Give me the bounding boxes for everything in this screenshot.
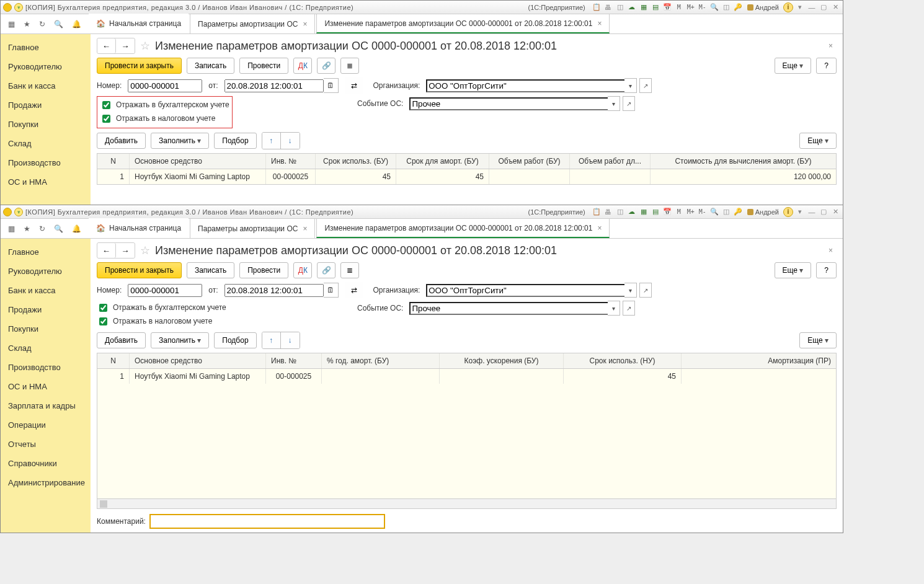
- move-up-icon[interactable]: ↑: [262, 133, 281, 149]
- help-button[interactable]: ?: [816, 58, 837, 74]
- page-close-icon[interactable]: ×: [825, 246, 837, 255]
- org-input[interactable]: [426, 79, 624, 92]
- tab-params[interactable]: Параметры амортизации ОС ×: [190, 218, 315, 238]
- col-amort-pr[interactable]: Амортизация (ПР): [682, 353, 836, 368]
- notifications-icon[interactable]: 🔔: [72, 224, 81, 233]
- more-button[interactable]: Еще: [775, 262, 812, 278]
- tool-print-icon[interactable]: 🖶: [603, 207, 613, 217]
- calendar-icon[interactable]: 🗓: [324, 283, 339, 298]
- table-more-button[interactable]: Еще: [799, 332, 837, 348]
- maximize-button[interactable]: ▢: [819, 2, 828, 12]
- tab-doc[interactable]: Изменение параметров амортизации ОС 0000…: [316, 14, 610, 33]
- post-button[interactable]: Провести: [239, 262, 288, 278]
- date-input[interactable]: [224, 79, 324, 92]
- tool-layout-icon[interactable]: ◫: [721, 2, 731, 12]
- tab-close-icon[interactable]: ×: [597, 224, 602, 232]
- tab-close-icon[interactable]: ×: [303, 224, 307, 233]
- tool-grid-icon[interactable]: ▤: [651, 2, 660, 12]
- mem-mminus-icon[interactable]: M-: [698, 2, 708, 12]
- sidebar-item-production[interactable]: Производство: [1, 153, 91, 172]
- tool-zoom-icon[interactable]: 🔍: [709, 207, 719, 217]
- tab-params[interactable]: Параметры амортизации ОС ×: [190, 14, 315, 33]
- minimize-button[interactable]: —: [807, 2, 817, 12]
- info-dropdown-icon[interactable]: ▾: [795, 2, 805, 12]
- favorites-icon[interactable]: ★: [24, 224, 30, 233]
- nav-back-button[interactable]: ←: [97, 243, 116, 258]
- tab-home[interactable]: 🏠 Начальная страница: [89, 218, 189, 238]
- tab-close-icon[interactable]: ×: [303, 20, 307, 29]
- number-input[interactable]: [128, 284, 202, 297]
- table-more-button[interactable]: Еще: [799, 133, 837, 149]
- org-dropdown-icon[interactable]: ▾: [624, 283, 637, 298]
- col-n[interactable]: N: [97, 154, 130, 169]
- tab-close-icon[interactable]: ×: [597, 19, 602, 28]
- reflect-bu-checkbox[interactable]: [99, 304, 107, 312]
- reflect-nu-checkbox[interactable]: [99, 317, 107, 325]
- user-chip[interactable]: Андрей: [745, 207, 781, 217]
- swap-icon[interactable]: ⇄: [345, 77, 363, 94]
- dt-kt-icon[interactable]: ДК: [293, 58, 312, 74]
- date-input[interactable]: [224, 284, 324, 297]
- col-n[interactable]: N: [97, 353, 130, 368]
- search-icon[interactable]: 🔍: [54, 224, 63, 233]
- move-up-icon[interactable]: ↑: [262, 332, 281, 348]
- search-icon[interactable]: 🔍: [54, 20, 63, 29]
- col-koef[interactable]: Коэф. ускорения (БУ): [440, 353, 564, 368]
- fill-button[interactable]: Заполнить: [151, 332, 209, 348]
- sidebar-item-stock[interactable]: Склад: [1, 338, 91, 358]
- sidebar-item-dictionaries[interactable]: Справочники: [1, 454, 91, 473]
- report-icon[interactable]: ≣: [340, 262, 359, 278]
- tool-compare-icon[interactable]: ◫: [615, 2, 625, 12]
- swap-icon[interactable]: ⇄: [345, 282, 363, 298]
- favorite-star-icon[interactable]: ☆: [140, 244, 150, 257]
- org-open-icon[interactable]: ↗: [639, 78, 652, 93]
- history-icon[interactable]: ↻: [39, 20, 45, 29]
- col-vol1[interactable]: Объем работ (БУ): [489, 154, 570, 169]
- post-and-close-button[interactable]: Провести и закрыть: [97, 58, 182, 74]
- app-menu-icon[interactable]: ▾: [14, 208, 23, 216]
- favorite-star-icon[interactable]: ☆: [140, 39, 150, 53]
- reflect-bu-checkbox[interactable]: [102, 101, 110, 109]
- event-open-icon[interactable]: ↗: [623, 96, 635, 111]
- tool-key-icon[interactable]: 🔑: [733, 2, 743, 12]
- org-dropdown-icon[interactable]: ▾: [624, 78, 637, 93]
- sidebar-item-purchases[interactable]: Покупки: [1, 319, 91, 338]
- sidebar-item-os-nma[interactable]: ОС и НМА: [1, 377, 91, 396]
- link-icon[interactable]: 🔗: [317, 58, 335, 74]
- close-button[interactable]: ✕: [830, 207, 840, 217]
- table-row[interactable]: 1 Ноутбук Xiaomi Mi Gaming Laptop 00-000…: [97, 169, 836, 184]
- tool-grid-icon[interactable]: ▤: [651, 207, 660, 217]
- sidebar-item-os-nma[interactable]: ОС и НМА: [1, 172, 91, 192]
- org-input[interactable]: [426, 284, 624, 297]
- post-and-close-button[interactable]: Провести и закрыть: [97, 262, 182, 278]
- mem-mplus-icon[interactable]: M+: [686, 207, 696, 217]
- notifications-icon[interactable]: 🔔: [72, 20, 81, 29]
- tab-home[interactable]: 🏠 Начальная страница: [89, 14, 189, 33]
- sidebar-item-reports[interactable]: Отчеты: [1, 435, 91, 454]
- event-input[interactable]: [409, 302, 608, 315]
- sidebar-item-salary[interactable]: Зарплата и кадры: [1, 396, 91, 415]
- event-dropdown-icon[interactable]: ▾: [608, 96, 620, 111]
- sidebar-item-main[interactable]: Главное: [1, 38, 91, 57]
- sidebar-item-stock[interactable]: Склад: [1, 134, 91, 153]
- tool-clipboard-icon[interactable]: 📋: [592, 2, 602, 12]
- calendar-icon[interactable]: 🗓: [324, 78, 339, 93]
- apps-icon[interactable]: ▦: [8, 224, 15, 233]
- col-inv[interactable]: Инв. №: [266, 154, 316, 169]
- event-open-icon[interactable]: ↗: [623, 301, 635, 316]
- info-icon[interactable]: i: [783, 2, 793, 12]
- more-button[interactable]: Еще: [775, 58, 812, 74]
- nav-forward-button[interactable]: →: [116, 38, 135, 53]
- nav-forward-button[interactable]: →: [116, 243, 135, 258]
- mem-mminus-icon[interactable]: M-: [698, 207, 708, 217]
- write-button[interactable]: Записать: [187, 262, 234, 278]
- app-menu-icon[interactable]: ▾: [14, 3, 23, 12]
- tool-table-icon[interactable]: ▦: [639, 207, 649, 217]
- tool-compare-icon[interactable]: ◫: [615, 207, 625, 217]
- mem-m-icon[interactable]: M: [674, 207, 684, 217]
- col-cost[interactable]: Стоимость для вычисления аморт. (БУ): [651, 154, 836, 169]
- col-vol2[interactable]: Объем работ дл...: [570, 154, 651, 169]
- info-icon[interactable]: i: [783, 207, 793, 217]
- add-button[interactable]: Добавить: [97, 332, 146, 348]
- event-input[interactable]: [409, 97, 608, 110]
